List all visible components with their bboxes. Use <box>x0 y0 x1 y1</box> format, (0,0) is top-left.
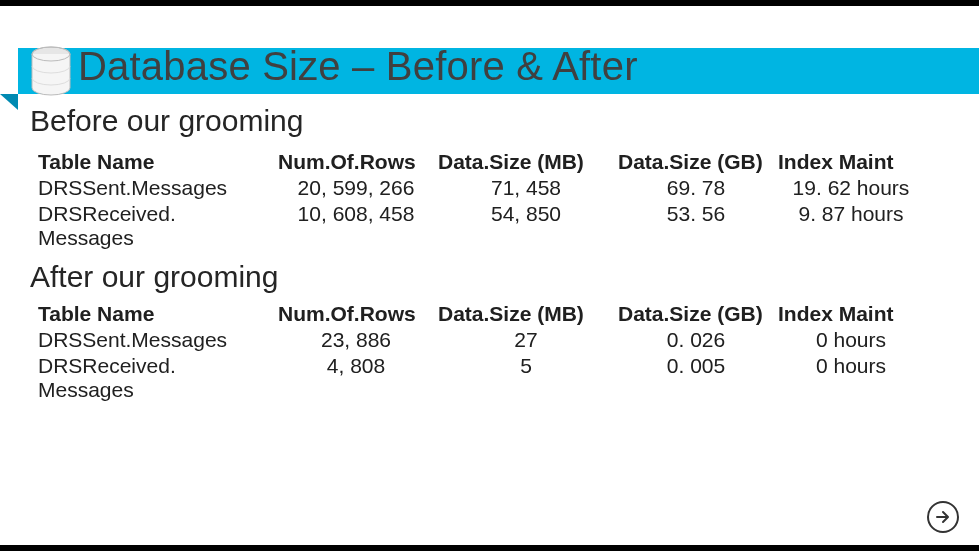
col-header: Table Name <box>38 150 278 176</box>
cell-size-mb: 71, 458 <box>438 176 618 202</box>
title-band-fold <box>0 94 18 110</box>
cell-table-name: DRSReceived. Messages <box>38 202 278 252</box>
col-header: Index Maint <box>778 150 928 176</box>
database-icon <box>30 46 72 96</box>
cell-num-rows: 4, 808 <box>278 354 438 404</box>
table-row: DRSReceived. Messages 10, 608, 458 54, 8… <box>38 202 928 252</box>
slide: Database Size – Before & After Before ou… <box>0 0 979 551</box>
arrow-right-icon <box>935 509 951 525</box>
top-border <box>0 0 979 6</box>
cell-index-maint: 0 hours <box>778 328 928 354</box>
cell-table-name: DRSReceived. Messages <box>38 354 278 404</box>
table-row: DRSSent.Messages 23, 886 27 0. 026 0 hou… <box>38 328 928 354</box>
table-before: Table Name Num.Of.Rows Data.Size (MB) Da… <box>38 150 928 252</box>
col-header: Data.Size (MB) <box>438 302 618 328</box>
cell-size-gb: 69. 78 <box>618 176 778 202</box>
cell-size-gb: 0. 005 <box>618 354 778 404</box>
page-title: Database Size – Before & After <box>78 44 638 89</box>
cell-num-rows: 10, 608, 458 <box>278 202 438 252</box>
table-header-row: Table Name Num.Of.Rows Data.Size (MB) Da… <box>38 302 928 328</box>
section-heading-after: After our grooming <box>30 260 278 294</box>
cell-size-mb: 5 <box>438 354 618 404</box>
next-button[interactable] <box>927 501 959 533</box>
bottom-border <box>0 545 979 551</box>
table-row: DRSReceived. Messages 4, 808 5 0. 005 0 … <box>38 354 928 404</box>
col-header: Data.Size (MB) <box>438 150 618 176</box>
cell-table-name: DRSSent.Messages <box>38 176 278 202</box>
cell-size-mb: 54, 850 <box>438 202 618 252</box>
table-row: DRSSent.Messages 20, 599, 266 71, 458 69… <box>38 176 928 202</box>
table-after: Table Name Num.Of.Rows Data.Size (MB) Da… <box>38 302 928 404</box>
cell-size-mb: 27 <box>438 328 618 354</box>
table-header-row: Table Name Num.Of.Rows Data.Size (MB) Da… <box>38 150 928 176</box>
cell-size-gb: 53. 56 <box>618 202 778 252</box>
cell-table-name: DRSSent.Messages <box>38 328 278 354</box>
col-header: Table Name <box>38 302 278 328</box>
col-header: Num.Of.Rows <box>278 150 438 176</box>
cell-index-maint: 0 hours <box>778 354 928 404</box>
col-header: Num.Of.Rows <box>278 302 438 328</box>
cell-num-rows: 23, 886 <box>278 328 438 354</box>
cell-index-maint: 19. 62 hours <box>778 176 928 202</box>
cell-num-rows: 20, 599, 266 <box>278 176 438 202</box>
col-header: Index Maint <box>778 302 928 328</box>
cell-size-gb: 0. 026 <box>618 328 778 354</box>
section-heading-before: Before our grooming <box>30 104 304 138</box>
cell-index-maint: 9. 87 hours <box>778 202 928 252</box>
col-header: Data.Size (GB) <box>618 150 778 176</box>
col-header: Data.Size (GB) <box>618 302 778 328</box>
